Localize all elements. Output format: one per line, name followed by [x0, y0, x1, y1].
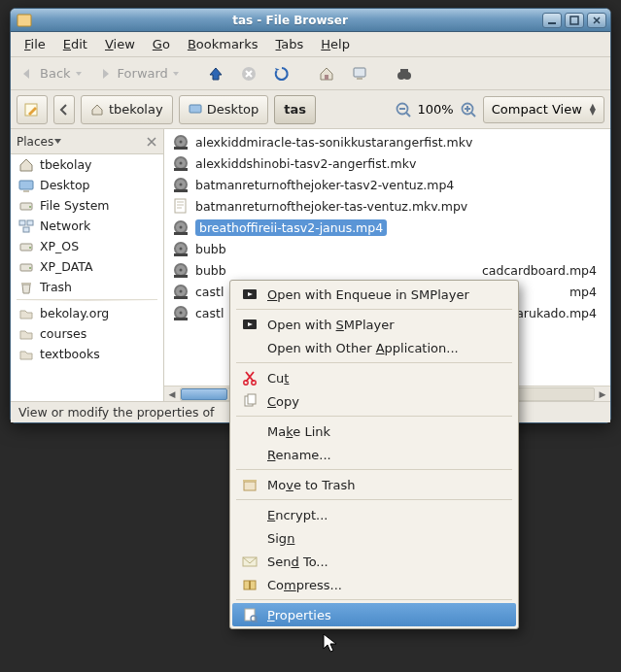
folder-icon — [18, 306, 34, 321]
close-button[interactable] — [587, 13, 606, 28]
updown-icon: ▲▼ — [590, 104, 596, 116]
video-icon — [172, 240, 190, 257]
sidebar-item-label: XP_DATA — [40, 259, 93, 274]
sidebar-item[interactable]: File System — [11, 195, 163, 216]
reload-button[interactable] — [267, 62, 296, 85]
context-menu-item[interactable]: Cut — [232, 366, 516, 389]
svg-rect-68 — [244, 482, 256, 490]
back-button[interactable]: Back — [15, 63, 88, 84]
view-mode-select[interactable]: Compact View ▲▼ — [483, 96, 604, 123]
trash-action-icon — [240, 477, 259, 492]
file-row[interactable]: bubbcadcardboard.mp4 — [164, 259, 610, 281]
path-segment-label: tas — [284, 102, 306, 117]
svg-rect-6 — [357, 78, 362, 80]
svg-rect-1 — [548, 22, 556, 24]
scroll-right-icon[interactable]: ▶ — [595, 387, 610, 401]
context-menu-item[interactable]: Send To... — [232, 550, 516, 573]
context-menu-label: Encrypt... — [267, 508, 328, 522]
zoom-level: 100% — [418, 102, 454, 117]
file-row[interactable]: batmanreturnofthejoker-tasv2-ventuz.mp4 — [164, 174, 610, 195]
sidebar-item[interactable]: XP_DATA — [11, 256, 163, 277]
stop-icon — [240, 65, 258, 83]
zoom-out-button[interactable] — [395, 101, 412, 118]
scroll-left-icon[interactable]: ◀ — [164, 387, 180, 401]
up-button[interactable] — [201, 62, 230, 85]
computer-button[interactable] — [345, 62, 374, 85]
context-menu-item[interactable]: Make Link — [232, 420, 516, 443]
maximize-button[interactable] — [565, 13, 584, 28]
menu-bookmarks[interactable]: Bookmarks — [180, 34, 266, 54]
context-menu-item[interactable]: Copy — [232, 389, 516, 413]
context-menu-item[interactable]: Compress... — [232, 573, 516, 596]
context-menu-item[interactable]: Properties — [232, 603, 516, 626]
path-segment-label: Desktop — [207, 102, 259, 117]
toolbar: Back Forward — [11, 57, 610, 90]
smplayer-icon — [240, 317, 259, 332]
context-menu-item[interactable]: Encrypt... — [232, 503, 516, 526]
path-prev-button[interactable] — [53, 95, 75, 124]
sidebar-bookmark[interactable]: bekolay.org — [11, 303, 163, 323]
chevron-left-icon — [59, 104, 69, 116]
sidebar-bookmark[interactable]: textbooks — [11, 344, 163, 364]
context-menu-label: Compress... — [267, 578, 342, 592]
file-row[interactable]: bubb — [164, 238, 610, 259]
window-title: tas - File Browser — [38, 14, 542, 27]
back-icon — [20, 67, 36, 81]
sidebar-item[interactable]: Desktop — [11, 175, 163, 195]
context-menu-item[interactable]: Open with Enqueue in SMPlayer — [232, 283, 516, 306]
svg-rect-2 — [570, 17, 578, 24]
path-segment-current[interactable]: tas — [274, 95, 316, 124]
menu-tabs[interactable]: Tabs — [268, 34, 312, 54]
mouse-cursor — [323, 633, 340, 655]
context-menu-item[interactable]: Rename... — [232, 443, 516, 466]
context-menu-item[interactable]: Move to Trash — [232, 473, 516, 496]
sidebar-header-label: Places — [17, 135, 53, 149]
file-row[interactable]: alexkiddmiracle-tas-sonikkustarangerfist… — [164, 131, 610, 152]
menu-file[interactable]: File — [17, 34, 53, 54]
svg-rect-11 — [190, 105, 201, 113]
zoom-in-button[interactable] — [460, 101, 477, 118]
sidebar-item-label: Desktop — [40, 178, 90, 192]
svg-point-27 — [29, 267, 31, 269]
file-name: batmanreturnofthejoker-tas-ventuz.mkv.mp… — [195, 199, 467, 214]
sidebar-item[interactable]: Network — [11, 216, 163, 236]
sidebar-item-label: Trash — [40, 280, 72, 294]
menu-go[interactable]: Go — [145, 34, 178, 54]
context-menu-item[interactable]: Open with Other Application... — [232, 336, 516, 359]
context-menu-item[interactable]: Open with SMPlayer — [232, 313, 516, 336]
file-row[interactable]: breathoffireii-tasv2-janus.mp4 — [164, 217, 610, 238]
home-button[interactable] — [312, 62, 341, 85]
edit-path-button[interactable] — [17, 95, 48, 124]
file-name: alexkiddmiracle-tas-sonikkustarangerfist… — [195, 135, 472, 150]
titlebar[interactable]: tas - File Browser — [11, 9, 610, 32]
context-menu-label: Copy — [267, 394, 299, 409]
minimize-button[interactable] — [542, 13, 562, 28]
menu-edit[interactable]: Edit — [55, 34, 95, 54]
context-menu-item[interactable]: Sign — [232, 526, 516, 550]
trash-icon — [18, 280, 34, 295]
scroll-thumb[interactable] — [181, 388, 227, 400]
computer-icon — [351, 65, 368, 83]
sidebar-item-label: Network — [40, 218, 90, 233]
path-segment-desktop[interactable]: Desktop — [179, 95, 269, 124]
sidebar-bookmark[interactable]: courses — [11, 323, 163, 344]
menu-help[interactable]: Help — [313, 34, 358, 54]
stop-button[interactable] — [234, 62, 263, 85]
file-name: alexkiddshinobi-tasv2-angerfist.mkv — [195, 156, 416, 171]
context-menu[interactable]: Open with Enqueue in SMPlayerOpen with S… — [229, 280, 519, 629]
sidebar-header[interactable]: Places — [11, 129, 163, 154]
forward-button[interactable]: Forward — [92, 63, 186, 84]
sidebar-item[interactable]: Trash — [11, 277, 163, 297]
sidebar-item[interactable]: XP_OS — [11, 236, 163, 256]
app-icon — [17, 13, 32, 28]
search-button[interactable] — [390, 62, 419, 85]
file-row[interactable]: alexkiddshinobi-tasv2-angerfist.mkv — [164, 152, 610, 174]
text-file-icon — [172, 197, 190, 215]
context-menu-separator — [236, 309, 512, 310]
menu-view[interactable]: View — [97, 34, 143, 54]
file-name: breathoffireii-tasv2-janus.mp4 — [195, 219, 387, 236]
file-row[interactable]: batmanreturnofthejoker-tas-ventuz.mkv.mp… — [164, 195, 610, 217]
sidebar-close-icon[interactable] — [146, 136, 157, 148]
path-segment-home[interactable]: tbekolay — [81, 95, 173, 124]
sidebar-item[interactable]: tbekolay — [11, 154, 163, 175]
